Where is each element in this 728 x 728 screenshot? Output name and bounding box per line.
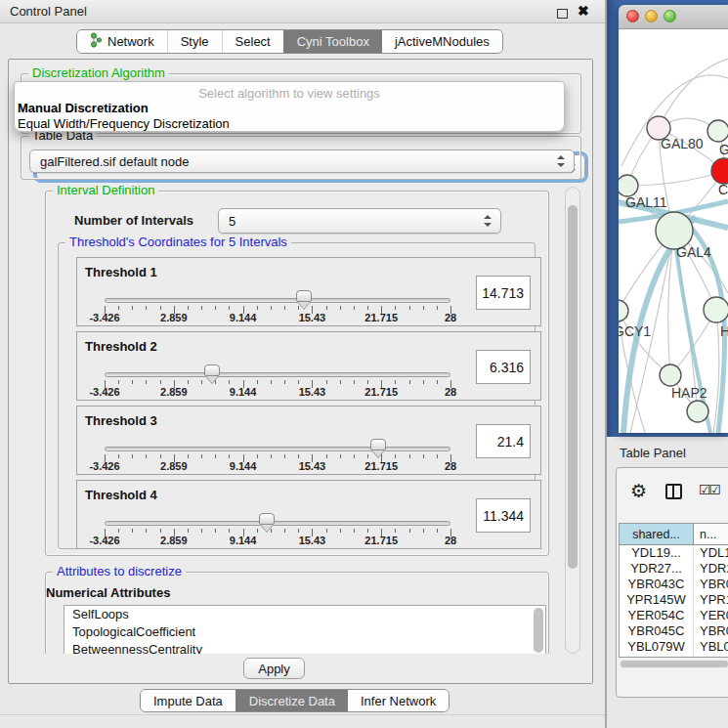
tick-label: 28 xyxy=(423,312,478,323)
panel-scrollbar-track[interactable] xyxy=(565,187,580,654)
name-cell[interactable]: YBL07 xyxy=(694,639,728,655)
network-node[interactable] xyxy=(619,175,638,196)
slider-thumb[interactable] xyxy=(259,513,275,525)
tick-mark xyxy=(271,306,272,310)
name-cell[interactable]: YBR04 xyxy=(694,577,728,592)
num-intervals-combo[interactable]: 5 xyxy=(218,208,501,234)
tab-style[interactable]: Style xyxy=(167,30,222,53)
minimize-traffic-light-icon[interactable] xyxy=(645,10,658,22)
attribute-item[interactable]: BetweennessCentrality xyxy=(64,641,545,654)
tick-label: 2.859 xyxy=(147,535,201,546)
tab-cyni-toolbox[interactable]: Cyni Toolbox xyxy=(283,30,382,53)
table-row[interactable]: YBL079WYBL07 xyxy=(620,639,728,655)
close-icon[interactable]: ✖ xyxy=(578,3,589,19)
shared-name-cell[interactable]: YLR345W xyxy=(620,655,694,658)
shared-name-cell[interactable]: YER054C xyxy=(620,608,694,623)
shared-name-cell[interactable]: YBR045C xyxy=(620,623,694,639)
tick-mark xyxy=(437,306,438,310)
name-cell[interactable]: YPR14 xyxy=(694,592,728,608)
tab-impute-data[interactable]: Impute Data xyxy=(141,690,236,711)
node-table[interactable]: shared... n... YDL19...YDL19YDR27...YDR2… xyxy=(619,523,728,658)
threshold-label: Threshold 3 xyxy=(85,413,157,428)
table-row[interactable]: YLR345WYLR34 xyxy=(620,655,728,658)
column-header-shared-name[interactable]: shared... xyxy=(620,524,694,544)
gear-icon[interactable]: ⚙ xyxy=(630,480,647,501)
tick-label: 28 xyxy=(423,460,478,472)
tab-jactivemnodules[interactable]: jActiveMNodules xyxy=(382,30,502,53)
network-node[interactable] xyxy=(687,401,708,422)
tick-mark xyxy=(326,454,327,458)
threshold-value-field[interactable]: 6.316 xyxy=(476,350,531,384)
split-view-icon[interactable] xyxy=(665,484,682,499)
tab-label: Impute Data xyxy=(153,694,223,708)
close-traffic-light-icon[interactable] xyxy=(626,10,639,22)
tab-select[interactable]: Select xyxy=(222,30,283,53)
table-hscrollbar-thumb[interactable] xyxy=(621,661,728,667)
dropdown-option[interactable]: Equal Width/Frequency Discretization xyxy=(18,116,230,131)
network-edge[interactable] xyxy=(619,311,670,375)
tab-discretize-data[interactable]: Discretize Data xyxy=(236,690,348,711)
slider-track[interactable] xyxy=(105,372,450,377)
table-data-combo[interactable]: galFiltered.sif default node xyxy=(29,150,575,173)
table-row[interactable]: YDL19...YDL19 xyxy=(620,545,728,561)
tab-label: Network xyxy=(107,34,154,49)
slider-track[interactable] xyxy=(105,298,450,303)
network-node[interactable] xyxy=(619,300,628,321)
name-cell[interactable]: YDL19 xyxy=(694,545,728,561)
tick-mark xyxy=(257,454,258,458)
numerical-attributes-list[interactable]: SelfLoopsTopologicalCoefficientBetweenne… xyxy=(64,605,546,654)
checkbox-columns-icon[interactable]: ☑☑ xyxy=(699,482,719,497)
tick-label: 15.43 xyxy=(284,535,339,546)
slider-track[interactable] xyxy=(105,447,450,451)
table-row[interactable]: YBR045CYBR04 xyxy=(620,623,728,639)
list-scrollbar[interactable] xyxy=(534,608,543,653)
slider-thumb[interactable] xyxy=(296,290,312,302)
apply-button[interactable]: Apply xyxy=(243,658,305,679)
name-cell[interactable]: YLR34 xyxy=(694,655,728,658)
tick-mark xyxy=(367,454,368,458)
tick-label: 2.859 xyxy=(147,386,201,398)
name-cell[interactable]: YER05 xyxy=(694,608,728,623)
shared-name-cell[interactable]: YBL079W xyxy=(620,639,694,655)
threshold-value-field[interactable]: 11.344 xyxy=(476,498,531,533)
table-hscrollbar-track[interactable] xyxy=(619,660,728,668)
tick-mark xyxy=(326,380,327,384)
float-panel-icon[interactable] xyxy=(557,9,568,19)
network-edge[interactable] xyxy=(659,59,728,128)
column-header-name[interactable]: n... xyxy=(694,524,728,544)
attribute-item[interactable]: SelfLoops xyxy=(64,606,545,623)
shared-name-cell[interactable]: YBR043C xyxy=(620,577,694,592)
tab-network[interactable]: Network xyxy=(77,30,167,53)
table-row[interactable]: YPR145WYPR14 xyxy=(620,592,728,608)
threshold-value-field[interactable]: 21.4 xyxy=(476,424,531,458)
tab-infer-network[interactable]: Infer Network xyxy=(348,690,449,711)
tick-mark xyxy=(160,306,161,310)
network-node[interactable] xyxy=(707,120,728,142)
top-tab-bar: NetworkStyleSelectCyni ToolboxjActiveMNo… xyxy=(76,29,503,54)
network-canvas[interactable]: GAL80GACGAL11GAL4GCY1HHAP2 xyxy=(619,29,728,433)
name-cell[interactable]: YBR04 xyxy=(694,623,728,639)
network-edge[interactable] xyxy=(627,171,724,186)
network-node[interactable] xyxy=(704,297,728,322)
table-row[interactable]: YER054CYER05 xyxy=(620,608,728,623)
slider-track[interactable] xyxy=(105,521,450,526)
panel-scrollbar-thumb[interactable] xyxy=(568,205,578,569)
shared-name-cell[interactable]: YDR27... xyxy=(620,561,694,577)
dropdown-option[interactable]: Manual Discretization xyxy=(18,101,149,115)
slider-thumb[interactable] xyxy=(370,439,386,450)
tick-label: 28 xyxy=(423,535,478,546)
shared-name-cell[interactable]: YDL19... xyxy=(620,545,694,561)
node-label: HAP2 xyxy=(671,385,707,401)
attributes-group-title: Attributes to discretize xyxy=(53,564,186,578)
zoom-traffic-light-icon[interactable] xyxy=(664,10,676,22)
network-node[interactable] xyxy=(660,364,681,386)
table-row[interactable]: YBR043CYBR04 xyxy=(620,577,728,592)
tick-mark xyxy=(188,306,189,310)
name-cell[interactable]: YDR27 xyxy=(694,561,728,577)
shared-name-cell[interactable]: YPR145W xyxy=(620,592,694,608)
table-row[interactable]: YDR27...YDR27 xyxy=(620,561,728,577)
threshold-value-field[interactable]: 14.713 xyxy=(476,276,531,310)
attribute-item[interactable]: TopologicalCoefficient xyxy=(64,623,545,641)
slider-thumb[interactable] xyxy=(204,364,220,376)
tick-mark xyxy=(229,529,230,533)
